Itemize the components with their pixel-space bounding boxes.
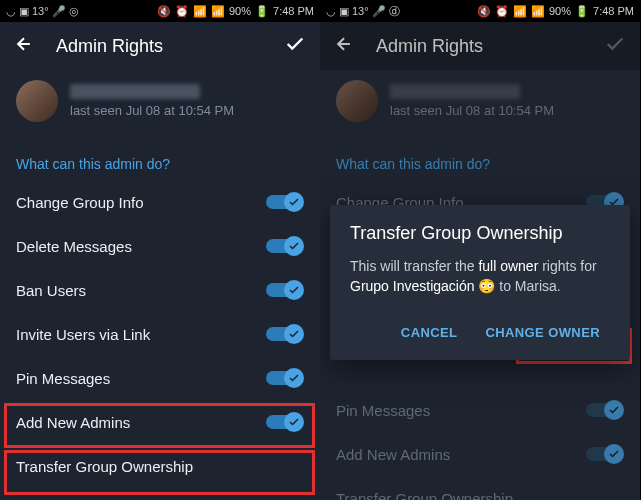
app-icon: ◡ <box>326 5 336 18</box>
mute-icon: 🔇 <box>477 5 491 18</box>
target-icon: ◎ <box>69 5 79 18</box>
toggle-pin-msgs <box>584 400 624 420</box>
perm-invite-users[interactable]: Invite Users via Link <box>0 312 320 356</box>
perm-label: Pin Messages <box>16 370 110 387</box>
clock: 7:48 PM <box>273 5 314 17</box>
avatar <box>16 80 58 122</box>
right-screenshot: ◡ ▣ 13° 🎤 ⓓ 🔇 ⏰ 📶 📶 90% 🔋 7:48 PM Admin … <box>320 0 640 500</box>
toggle-delete-msgs[interactable] <box>264 236 304 256</box>
perm-label: Delete Messages <box>16 238 132 255</box>
action-label: Transfer Group Ownership <box>336 490 513 500</box>
app-icon: ◡ <box>6 5 16 18</box>
perm-delete-messages[interactable]: Delete Messages <box>0 224 320 268</box>
toggle-invite-link[interactable] <box>264 324 304 344</box>
user-status: last seen Jul 08 at 10:54 PM <box>70 103 304 118</box>
user-name-redacted <box>390 84 520 99</box>
perm-label: Change Group Info <box>16 194 144 211</box>
perm-ban-users[interactable]: Ban Users <box>0 268 320 312</box>
perm-label: Pin Messages <box>336 402 430 419</box>
mute-icon: 🔇 <box>157 5 171 18</box>
user-name-redacted <box>70 84 200 99</box>
perm-add-admins: Add New Admins <box>320 432 640 476</box>
perm-pin-messages: Pin Messages <box>320 388 640 432</box>
change-owner-button[interactable]: CHANGE OWNER <box>475 315 610 350</box>
mic-icon: 🎤 <box>52 5 66 18</box>
dialog-backdrop: Transfer Group Ownership This will trans… <box>320 205 640 360</box>
perm-pin-messages[interactable]: Pin Messages <box>0 356 320 400</box>
transfer-ownership-row: Transfer Group Ownership <box>320 476 640 500</box>
app-header: Admin Rights <box>320 22 640 70</box>
avatar <box>336 80 378 122</box>
clock: 7:48 PM <box>593 5 634 17</box>
battery-icon: 🔋 <box>575 5 589 18</box>
status-bar: ◡ ▣ 13° 🎤 ⓓ 🔇 ⏰ 📶 📶 90% 🔋 7:48 PM <box>320 0 640 22</box>
user-row: last seen Jul 08 at 10:54 PM <box>320 70 640 140</box>
weather-icon: ▣ <box>19 5 29 18</box>
confirm-icon[interactable] <box>284 33 306 59</box>
perm-change-group-info[interactable]: Change Group Info <box>0 180 320 224</box>
perm-label: Invite Users via Link <box>16 326 150 343</box>
back-icon[interactable] <box>334 34 354 58</box>
page-title: Admin Rights <box>376 36 582 57</box>
signal-icon: 📶 <box>211 5 225 18</box>
back-icon[interactable] <box>14 34 34 58</box>
cancel-button[interactable]: CANCEL <box>391 315 468 350</box>
alarm-icon: ⏰ <box>175 5 189 18</box>
temp-indicator: 13° <box>32 5 49 17</box>
toggle-add-admins <box>584 444 624 464</box>
user-status: last seen Jul 08 at 10:54 PM <box>390 103 624 118</box>
battery-pct: 90% <box>549 5 571 17</box>
perm-label: Ban Users <box>16 282 86 299</box>
mic-icon: 🎤 <box>372 5 386 18</box>
status-bar: ◡ ▣ 13° 🎤 ◎ 🔇 ⏰ 📶 📶 90% 🔋 7:48 PM <box>0 0 320 22</box>
left-screenshot: ◡ ▣ 13° 🎤 ◎ 🔇 ⏰ 📶 📶 90% 🔋 7:48 PM Admin … <box>0 0 320 500</box>
transfer-ownership-dialog: Transfer Group Ownership This will trans… <box>330 205 630 360</box>
alarm-icon: ⏰ <box>495 5 509 18</box>
toggle-pin-msgs[interactable] <box>264 368 304 388</box>
user-row: last seen Jul 08 at 10:54 PM <box>0 70 320 140</box>
highlight-transfer <box>4 450 315 495</box>
dialog-title: Transfer Group Ownership <box>350 223 610 244</box>
temp-indicator: 13° <box>352 5 369 17</box>
dialog-body: This will transfer the full owner rights… <box>350 256 610 297</box>
wifi-icon: 📶 <box>513 5 527 18</box>
battery-icon: 🔋 <box>255 5 269 18</box>
app-header: Admin Rights <box>0 22 320 70</box>
toggle-ban-users[interactable] <box>264 280 304 300</box>
weather-icon: ▣ <box>339 5 349 18</box>
wifi-icon: 📶 <box>193 5 207 18</box>
section-header: What can this admin do? <box>320 140 640 180</box>
signal-icon: 📶 <box>531 5 545 18</box>
perm-label: Add New Admins <box>336 446 450 463</box>
highlight-add-admins <box>4 403 315 448</box>
battery-pct: 90% <box>229 5 251 17</box>
toggle-change-info[interactable] <box>264 192 304 212</box>
section-header: What can this admin do? <box>0 140 320 180</box>
notif-icon: ⓓ <box>389 4 400 19</box>
confirm-icon <box>604 33 626 59</box>
page-title: Admin Rights <box>56 36 262 57</box>
